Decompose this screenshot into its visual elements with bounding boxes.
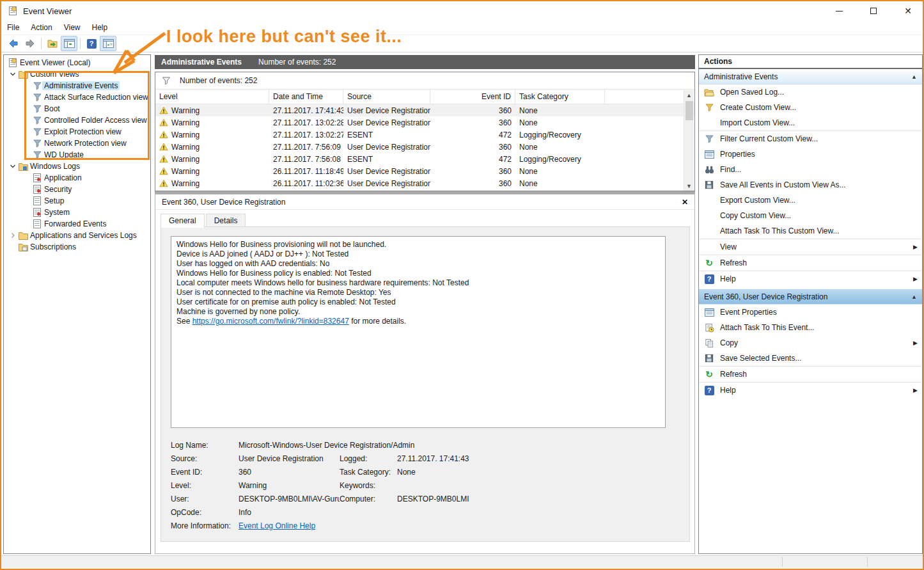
tree-item-system[interactable]: System [4, 207, 150, 218]
filter-new-icon [704, 102, 714, 113]
collapse-icon[interactable]: ▲ [911, 294, 917, 300]
action-filter-current-custom-view[interactable]: Filter Current Custom View... [699, 131, 922, 146]
show-console-tree-button[interactable] [61, 36, 77, 51]
detail-title: Event 360, User Device Registration [162, 198, 285, 207]
action-export-custom-view[interactable]: Export Custom View... [699, 193, 922, 208]
event-row[interactable]: Warning 27.11.2017. 13:02:27 ESENT 472 L… [155, 129, 694, 141]
tree-item-setup[interactable]: Setup [4, 195, 150, 207]
event-row[interactable]: Warning 27.11.2017. 7:56:09 User Device … [155, 141, 694, 153]
warning-icon [159, 179, 168, 187]
action-event-properties[interactable]: Event Properties [699, 305, 922, 320]
tree-item-exploit-protection[interactable]: Exploit Protection view [4, 126, 150, 138]
show-action-pane-button[interactable] [100, 36, 116, 51]
log-name-label: Log Name: [171, 441, 239, 450]
event-row[interactable]: Warning 27.11.2017. 13:02:28 User Device… [155, 116, 694, 129]
action-import-custom-view[interactable]: Import Custom View... [699, 115, 922, 131]
description-line: User has logged on with AAD credentials:… [176, 259, 660, 269]
action-help-submenu[interactable]: ? Help ▶ [699, 271, 922, 287]
help-icon: ? [704, 385, 714, 395]
tree-node-applications-services-logs[interactable]: Applications and Services Logs [4, 230, 150, 241]
tree-node-windows-logs[interactable]: Windows Logs [4, 161, 150, 172]
scroll-up-icon[interactable]: ▲ [684, 90, 694, 100]
help-toolbar-button[interactable]: ? [83, 36, 100, 51]
action-refresh-event[interactable]: ↻ Refresh [699, 367, 922, 382]
actions-section-event-360[interactable]: Event 360, User Device Registration ▲ [699, 289, 922, 305]
chevron-down-icon[interactable] [8, 163, 18, 170]
event-row[interactable]: Warning 27.11.2017. 17:41:43 User Device… [155, 104, 694, 116]
forward-arrow-icon [25, 38, 35, 49]
action-properties[interactable]: Properties [699, 146, 922, 162]
chevron-right-icon[interactable] [8, 232, 18, 239]
column-source[interactable]: Source [343, 90, 430, 104]
fwlink-hyperlink[interactable]: https://go.microsoft.com/fwlink/?linkid=… [192, 317, 349, 326]
tree-item-forwarded-events[interactable]: Forwarded Events [4, 218, 150, 230]
action-find[interactable]: Find... [699, 162, 922, 177]
column-task-category[interactable]: Task Category [515, 90, 605, 104]
action-attach-task-event[interactable]: Attach Task To This Event... [699, 320, 922, 335]
tree-item-security[interactable]: Security [4, 184, 150, 195]
action-create-custom-view[interactable]: Create Custom View... [699, 100, 922, 115]
export-list-button[interactable] [44, 36, 61, 51]
minimize-button[interactable] [829, 3, 849, 19]
actions-section-administrative-events[interactable]: Administrative Events ▲ [699, 69, 922, 84]
more-information-label: More Information: [171, 521, 239, 530]
close-button[interactable]: ✕ [898, 3, 918, 19]
source-value: User Device Registration [239, 454, 340, 463]
filter-icon [32, 92, 42, 102]
tree-item-application[interactable]: Application [4, 172, 150, 184]
description-line: User is not connected to the machine via… [176, 288, 660, 297]
action-view-submenu[interactable]: View ▶ [699, 239, 922, 255]
action-refresh[interactable]: ↻ Refresh [699, 255, 922, 271]
tree-root-event-viewer[interactable]: Event Viewer (Local) [4, 57, 150, 68]
chevron-down-icon[interactable] [8, 71, 18, 77]
maximize-button[interactable] [864, 3, 883, 19]
action-attach-task-custom-view[interactable]: Attach Task To This Custom View... [699, 223, 922, 239]
title-bar: Event Viewer ✕ [1, 1, 923, 20]
tree-node-subscriptions[interactable]: Subscriptions [4, 241, 150, 253]
menu-file[interactable]: File [1, 21, 25, 34]
tab-details[interactable]: Details [206, 214, 246, 228]
menu-view[interactable]: View [58, 21, 86, 34]
event-row[interactable]: Warning 26.11.2017. 11:02:36 User Device… [155, 177, 694, 189]
description-line: Machine is governed by none policy. [176, 307, 660, 317]
action-save-selected-events[interactable]: Save Selected Events... [699, 351, 922, 366]
action-save-all-events[interactable]: Save All Events in Custom View As... [699, 177, 922, 193]
action-copy-custom-view[interactable]: Copy Custom View... [699, 208, 922, 223]
detail-close-icon[interactable]: ✕ [682, 198, 688, 207]
tree-item-attack-surface-reduction[interactable]: Attack Surface Reduction view [4, 91, 150, 103]
results-count: Number of events: 252 [258, 58, 336, 67]
scroll-down-icon[interactable]: ▼ [684, 181, 694, 191]
action-copy-submenu[interactable]: Copy ▶ [699, 335, 922, 351]
filter-icon [32, 81, 42, 91]
action-help-event-submenu[interactable]: ? Help ▶ [699, 383, 922, 398]
minimize-icon [836, 11, 843, 12]
event-log-online-help-link[interactable]: Event Log Online Help [239, 521, 315, 530]
opcode-value: Info [239, 508, 340, 517]
event-row[interactable]: Warning 26.11.2017. 11:18:49 User Device… [155, 165, 694, 177]
tree-item-controlled-folder-access[interactable]: Controlled Folder Access view [4, 115, 150, 126]
column-level[interactable]: Level [155, 90, 269, 104]
collapse-icon[interactable]: ▲ [911, 74, 917, 80]
tab-general[interactable]: General [161, 214, 205, 228]
copy-icon [704, 338, 714, 348]
action-open-saved-log[interactable]: Open Saved Log... [699, 84, 922, 100]
menu-action[interactable]: Action [25, 21, 58, 34]
logged-value: 27.11.2017. 17:41:43 [397, 454, 682, 463]
list-scrollbar[interactable]: ▲ ▼ [684, 90, 694, 191]
scrollbar-thumb[interactable] [685, 101, 693, 120]
column-date-time[interactable]: Date and Time [269, 90, 343, 104]
event-viewer-icon [8, 58, 18, 68]
log-name-value: Microsoft-Windows-User Device Registrati… [239, 441, 682, 450]
tree-node-custom-views[interactable]: Custom Views [4, 68, 150, 80]
tree-item-boot[interactable]: Boot [4, 103, 150, 115]
event-row[interactable]: Warning 27.11.2017. 7:56:08 ESENT 472 Lo… [155, 153, 694, 165]
forward-button[interactable] [22, 36, 38, 51]
back-button[interactable] [5, 36, 22, 51]
column-event-id[interactable]: Event ID [430, 90, 515, 104]
subscriptions-icon [18, 242, 28, 252]
tree-item-wd-update[interactable]: WD Update [4, 149, 150, 161]
event-description[interactable]: Windows Hello for Business provisioning … [171, 236, 666, 428]
tree-item-network-protection[interactable]: Network Protection view [4, 138, 150, 149]
tree-item-administrative-events[interactable]: Administrative Events [4, 80, 150, 91]
menu-help[interactable]: Help [86, 21, 114, 34]
